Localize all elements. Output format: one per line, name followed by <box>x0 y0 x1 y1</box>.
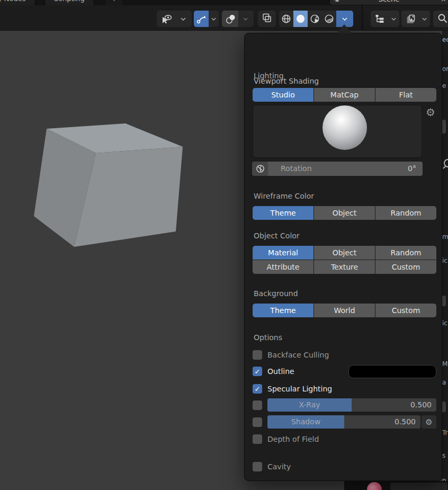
color-material-button[interactable]: Material <box>253 246 313 260</box>
backface-culling-checkbox[interactable] <box>253 350 262 360</box>
show-overlays-button[interactable] <box>222 11 254 27</box>
outline-label: Outline <box>267 367 294 376</box>
chevron-down-icon <box>389 11 398 27</box>
background-theme-button[interactable]: Theme <box>253 304 313 317</box>
color-texture-button[interactable]: Texture <box>314 260 375 274</box>
outliner-display-mode-button[interactable] <box>371 11 399 27</box>
scene-selector[interactable]: Scene × <box>329 0 448 5</box>
wireframe-color-segmented: Theme Object Random <box>253 206 436 220</box>
wireframe-theme-button[interactable]: Theme <box>253 206 313 220</box>
color-random-button[interactable]: Random <box>375 246 436 260</box>
specular-lighting-label: Specular Lighting <box>267 385 332 393</box>
close-icon[interactable]: × <box>436 0 448 3</box>
rotation-slider[interactable]: Rotation 0° <box>268 162 423 176</box>
cavity-label: Cavity <box>267 462 291 471</box>
tab-geometry-nodes[interactable]: y Nodes <box>0 0 34 5</box>
studiolight-preview[interactable] <box>253 105 422 158</box>
shadow-slider[interactable]: Shadow 0.500 <box>267 415 420 429</box>
xray-icon <box>261 12 273 26</box>
clipped-button-edge <box>442 120 446 133</box>
blender-window: y Nodes Scripting + Scene × <box>0 0 448 490</box>
wireframe-random-button[interactable]: Random <box>375 206 436 220</box>
shading-material-preview-button[interactable] <box>308 11 322 27</box>
overlays-icon <box>222 11 238 27</box>
search-icon <box>442 157 448 173</box>
show-gizmos-button[interactable] <box>157 11 192 27</box>
shadow-settings-gear-icon[interactable]: ⚙ <box>422 415 436 429</box>
backface-culling-label: Backface Culling <box>267 351 329 359</box>
gizmo-icon[interactable] <box>194 11 209 27</box>
clipped-text: ic <box>442 257 447 264</box>
background-world-button[interactable]: World <box>314 304 375 317</box>
material-preview-sphere-icon <box>367 482 382 490</box>
xray-slider[interactable]: X-Ray 0.500 <box>267 398 436 412</box>
toggle-xray-button[interactable] <box>258 11 276 27</box>
chevron-down-icon[interactable] <box>209 11 219 27</box>
outline-color-swatch[interactable] <box>348 365 436 378</box>
lighting-studio-button[interactable]: Studio <box>253 88 313 102</box>
clipped-text: a <box>442 379 446 386</box>
scene-selector-region: Scene × <box>327 0 448 5</box>
properties-sliver <box>344 481 448 490</box>
background-custom-button[interactable]: Custom <box>375 304 436 317</box>
shading-rendered-button[interactable] <box>322 11 336 27</box>
lighting-flat-button[interactable]: Flat <box>375 88 436 102</box>
studiolight-settings-gear-icon[interactable]: ⚙ <box>426 107 435 118</box>
clipped-text: s <box>442 452 445 459</box>
chevron-down-icon <box>238 11 252 27</box>
tab-scripting[interactable]: Scripting <box>46 0 93 5</box>
outline-row: ✓ Outline <box>253 366 294 377</box>
check-icon: ✓ <box>255 385 261 393</box>
scene-name: Scene <box>342 0 436 3</box>
outliner-tree-icon <box>371 11 389 27</box>
color-attribute-button[interactable]: Attribute <box>253 260 313 274</box>
clipped-text: M <box>442 360 447 368</box>
xray-checkbox[interactable] <box>253 400 262 410</box>
outline-checkbox[interactable]: ✓ <box>253 367 262 376</box>
rotation-row: Rotation 0° <box>252 162 423 176</box>
depth-of-field-label: Depth of Field <box>267 435 319 443</box>
options-label: Options <box>254 333 282 342</box>
object-color-label: Object Color <box>254 231 300 240</box>
clipped-text: e <box>442 82 446 90</box>
lighting-segmented: Studio MatCap Flat <box>253 88 436 102</box>
add-workspace-button[interactable]: + <box>106 0 122 5</box>
color-object-button[interactable]: Object <box>314 246 375 260</box>
wireframe-color-label: Wireframe Color <box>254 192 314 200</box>
lighting-label: Lighting <box>254 72 284 80</box>
depth-of-field-checkbox[interactable] <box>253 434 262 444</box>
world-space-icon[interactable] <box>252 162 268 176</box>
studiolight-sphere <box>322 105 367 150</box>
outliner-search-button[interactable] <box>433 11 448 27</box>
outliner-filter-button[interactable] <box>401 11 430 27</box>
popover-arrow <box>337 24 352 33</box>
lighting-matcap-button[interactable]: MatCap <box>314 88 375 102</box>
object-color-segmented: Material Object Random Attribute Texture… <box>253 246 436 274</box>
clipped-field <box>390 483 447 490</box>
cursor-eye-icon <box>157 11 177 27</box>
viewport-header <box>0 5 448 31</box>
clipped-text: Tr <box>442 429 448 436</box>
wireframe-object-button[interactable]: Object <box>314 206 375 220</box>
right-panel-sliver: ec or e m ic ic M a Tr s n <box>442 31 448 481</box>
editor-separator <box>362 5 363 31</box>
shadow-row <box>253 417 262 427</box>
filter-images-icon <box>401 11 419 27</box>
shadow-label: Shadow <box>267 415 344 429</box>
rotation-value: 0° <box>408 162 416 176</box>
background-label: Background <box>254 289 298 298</box>
search-icon <box>436 12 448 26</box>
check-icon: ✓ <box>255 368 261 376</box>
clipped-text: n <box>442 477 446 481</box>
backface-culling-row: Backface Culling <box>253 350 329 360</box>
shadow-checkbox[interactable] <box>253 417 262 427</box>
specular-lighting-row: ✓ Specular Lighting <box>253 384 332 394</box>
scene-icon <box>330 0 342 4</box>
cavity-checkbox[interactable] <box>253 462 262 471</box>
gizmo-toggle-group <box>194 11 219 27</box>
shading-solid-button[interactable] <box>293 11 308 27</box>
color-custom-button[interactable]: Custom <box>375 260 436 274</box>
specular-lighting-checkbox[interactable]: ✓ <box>253 384 262 394</box>
shading-wireframe-button[interactable] <box>279 11 293 27</box>
cavity-row: Cavity <box>253 461 291 472</box>
